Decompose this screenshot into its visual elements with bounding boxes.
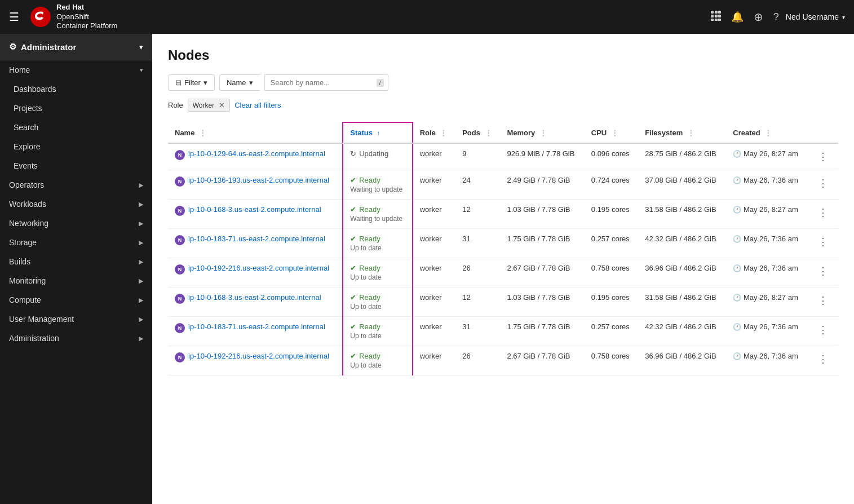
node-role-cell: worker	[413, 258, 456, 288]
node-icon: N	[175, 294, 185, 304]
col-header-actions	[808, 122, 838, 143]
sidebar-item-operators[interactable]: Operators ▶	[0, 175, 152, 194]
node-created-cell: 🕐 May 26, 8:27 am	[726, 200, 808, 229]
node-icon: N	[175, 352, 185, 362]
search-input[interactable]	[264, 74, 388, 91]
filter-funnel-icon: ⊟	[175, 78, 182, 87]
node-name-link[interactable]: ip-10-0-183-71.us-east-2.compute.interna…	[188, 322, 325, 331]
filter-button[interactable]: ⊟ Filter ▾	[168, 74, 215, 91]
node-actions-cell: ⋮	[808, 317, 838, 346]
table-row: N ip-10-0-192-216.us-east-2.compute.inte…	[168, 258, 838, 288]
node-filesystem-cell: 42.32 GiB / 486.2 GiB	[638, 317, 726, 346]
chip-remove-button[interactable]: ✕	[219, 101, 225, 109]
table-row: N ip-10-0-136-193.us-east-2.compute.inte…	[168, 170, 838, 200]
sidebar-item-user-management[interactable]: User Management ▶	[0, 310, 152, 329]
brand-logo: Red Hat OpenShift Container Platform	[30, 3, 117, 32]
row-kebab-menu-button[interactable]: ⋮	[815, 149, 831, 164]
name-dropdown-button[interactable]: Name ▾	[219, 74, 260, 91]
node-name-cell: N ip-10-0-168-3.us-east-2.compute.intern…	[168, 200, 343, 229]
row-kebab-menu-button[interactable]: ⋮	[815, 205, 831, 220]
sidebar-item-explore[interactable]: Explore	[0, 137, 152, 156]
page-title: Nodes	[168, 47, 838, 63]
row-kebab-menu-button[interactable]: ⋮	[815, 235, 831, 249]
node-name-cell: N ip-10-0-183-71.us-east-2.compute.inter…	[168, 229, 343, 258]
node-name-link[interactable]: ip-10-0-129-64.us-east-2.compute.interna…	[188, 149, 325, 158]
node-filesystem-cell: 42.32 GiB / 486.2 GiB	[638, 229, 726, 258]
chip-value: Worker	[193, 101, 214, 109]
row-kebab-menu-button[interactable]: ⋮	[815, 352, 831, 366]
check-circle-icon: ✔	[350, 176, 356, 184]
node-name-cell: N ip-10-0-192-216.us-east-2.compute.inte…	[168, 346, 343, 375]
apps-grid-icon[interactable]	[711, 11, 721, 24]
svg-rect-5	[715, 15, 718, 17]
col-header-memory[interactable]: Memory ⋮	[500, 122, 584, 143]
node-icon: N	[175, 176, 185, 187]
brand-text: Red Hat OpenShift Container Platform	[56, 3, 117, 32]
sidebar-item-builds[interactable]: Builds ▶	[0, 252, 152, 271]
table-row: N ip-10-0-129-64.us-east-2.compute.inter…	[168, 143, 838, 170]
check-circle-icon: ✔	[350, 352, 356, 360]
row-kebab-menu-button[interactable]: ⋮	[815, 176, 831, 191]
node-icon: N	[175, 150, 185, 160]
col-header-status[interactable]: Status ↑	[343, 122, 412, 143]
redhat-logo-icon	[30, 7, 51, 27]
clear-all-filters-link[interactable]: Clear all filters	[234, 101, 281, 109]
sidebar-item-administration[interactable]: Administration ▶	[0, 329, 152, 348]
add-plus-icon[interactable]: ⊕	[754, 10, 763, 24]
user-menu[interactable]: Ned Username ▾	[786, 12, 845, 21]
svg-rect-6	[718, 15, 721, 17]
sidebar-item-storage[interactable]: Storage ▶	[0, 233, 152, 252]
top-nav-icons: 🔔 ⊕ ?	[711, 10, 779, 24]
node-pods-cell: 9	[455, 143, 500, 170]
monitoring-chevron-icon: ▶	[139, 277, 143, 285]
node-memory-cell: 1.03 GiB / 7.78 GiB	[500, 200, 584, 229]
perspective-label: ⚙ Administrator	[9, 42, 76, 52]
row-kebab-menu-button[interactable]: ⋮	[815, 293, 831, 308]
sidebar-item-events[interactable]: Events	[0, 156, 152, 175]
table-row: N ip-10-0-183-71.us-east-2.compute.inter…	[168, 317, 838, 346]
node-role-cell: worker	[413, 229, 456, 258]
sidebar-item-projects[interactable]: Projects	[0, 99, 152, 118]
col-header-pods[interactable]: Pods ⋮	[455, 122, 500, 143]
notifications-bell-icon[interactable]: 🔔	[731, 11, 744, 23]
node-name-cell: N ip-10-0-192-216.us-east-2.compute.inte…	[168, 258, 343, 288]
compute-chevron-icon: ▶	[139, 297, 143, 304]
node-name-link[interactable]: ip-10-0-183-71.us-east-2.compute.interna…	[188, 235, 325, 243]
col-header-cpu[interactable]: CPU ⋮	[585, 122, 638, 143]
row-kebab-menu-button[interactable]: ⋮	[815, 264, 831, 278]
sidebar-item-monitoring[interactable]: Monitoring ▶	[0, 271, 152, 290]
sidebar-item-networking[interactable]: Networking ▶	[0, 214, 152, 233]
name-col-separator: ⋮	[199, 129, 206, 137]
help-question-icon[interactable]: ?	[773, 11, 779, 23]
perspective-switcher[interactable]: ⚙ Administrator ▾	[0, 34, 152, 60]
check-circle-icon: ✔	[350, 322, 356, 331]
col-header-created[interactable]: Created ⋮	[726, 122, 808, 143]
clock-icon: 🕐	[733, 206, 741, 214]
node-role-cell: worker	[413, 346, 456, 375]
col-header-filesystem[interactable]: Filesystem ⋮	[638, 122, 726, 143]
node-name-link[interactable]: ip-10-0-192-216.us-east-2.compute.intern…	[188, 264, 329, 272]
col-header-role[interactable]: Role ⋮	[413, 122, 456, 143]
col-header-name[interactable]: Name ⋮	[168, 122, 343, 143]
sidebar-item-search[interactable]: Search	[0, 118, 152, 137]
node-status-cell: ✔ ReadyUp to date	[343, 229, 412, 258]
top-navigation: ☰ Red Hat OpenShift Container Platform 🔔…	[0, 0, 854, 34]
status-sort-asc-icon: ↑	[377, 130, 380, 136]
node-memory-cell: 2.49 GiB / 7.78 GiB	[500, 170, 584, 200]
node-name-link[interactable]: ip-10-0-192-216.us-east-2.compute.intern…	[188, 352, 329, 360]
node-status-cell: ✔ ReadyUp to date	[343, 258, 412, 288]
node-name-link[interactable]: ip-10-0-136-193.us-east-2.compute.intern…	[188, 176, 329, 184]
node-status-cell: ✔ ReadyUp to date	[343, 317, 412, 346]
sidebar-item-dashboards[interactable]: Dashboards	[0, 79, 152, 99]
user-menu-chevron-icon: ▾	[842, 14, 845, 20]
node-actions-cell: ⋮	[808, 346, 838, 375]
sidebar-item-home[interactable]: Home ▾	[0, 60, 152, 79]
node-name-link[interactable]: ip-10-0-168-3.us-east-2.compute.internal	[188, 293, 321, 302]
sidebar-item-workloads[interactable]: Workloads ▶	[0, 194, 152, 214]
row-kebab-menu-button[interactable]: ⋮	[815, 322, 831, 337]
node-name-link[interactable]: ip-10-0-168-3.us-east-2.compute.internal	[188, 205, 321, 214]
sidebar-item-compute[interactable]: Compute ▶	[0, 290, 152, 310]
table-row: N ip-10-0-183-71.us-east-2.compute.inter…	[168, 229, 838, 258]
hamburger-menu-button[interactable]: ☰	[9, 10, 19, 24]
svg-point-0	[30, 7, 51, 27]
